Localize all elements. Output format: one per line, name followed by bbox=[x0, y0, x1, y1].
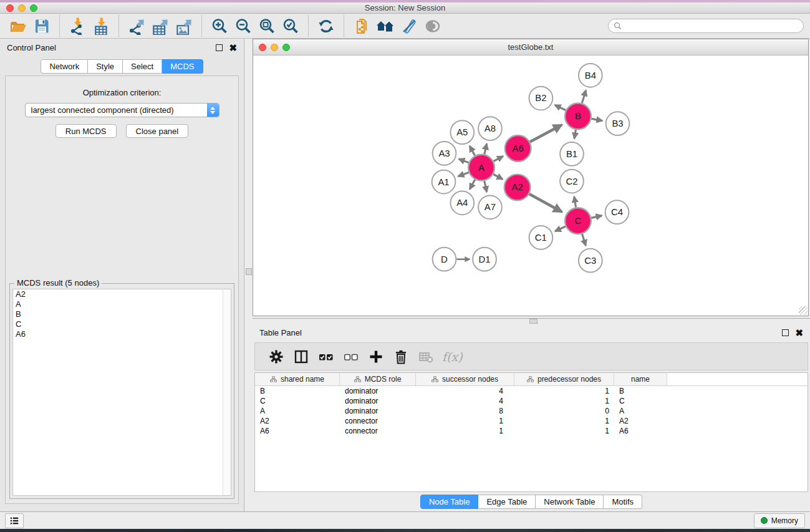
column-header-MCDS-role[interactable]: MCDS role bbox=[340, 373, 416, 385]
vertical-splitter-grip[interactable] bbox=[246, 268, 252, 275]
save-session-button[interactable] bbox=[32, 16, 52, 36]
close-window-button[interactable] bbox=[6, 4, 14, 12]
edge-B-B4[interactable] bbox=[582, 90, 586, 104]
minimize-window-button[interactable] bbox=[18, 4, 26, 12]
close-panel-button[interactable]: Close panel bbox=[126, 124, 189, 138]
table-cell[interactable]: A bbox=[614, 406, 667, 416]
edge-A-A3[interactable] bbox=[459, 159, 469, 163]
node-A8[interactable]: A8 bbox=[478, 117, 502, 140]
table-cell[interactable]: B bbox=[614, 386, 667, 396]
table-cell[interactable] bbox=[667, 416, 808, 426]
open-file-button[interactable] bbox=[8, 16, 28, 36]
table-cell[interactable]: C bbox=[614, 396, 667, 406]
horizontal-splitter[interactable] bbox=[253, 318, 810, 324]
network-minimize-button[interactable] bbox=[271, 44, 278, 51]
table-cell[interactable]: 1 bbox=[514, 386, 614, 396]
edge-C-C2[interactable] bbox=[574, 196, 576, 207]
edge-C-C3[interactable] bbox=[582, 234, 586, 246]
tab-motifs[interactable]: Motifs bbox=[604, 495, 642, 509]
horizontal-splitter-grip[interactable] bbox=[529, 319, 538, 324]
table-cell[interactable]: connector bbox=[340, 426, 416, 436]
node-B1[interactable]: B1 bbox=[560, 142, 584, 166]
table-cell[interactable]: 1 bbox=[514, 396, 614, 406]
network-window-titlebar[interactable]: testGlobe.txt bbox=[253, 39, 808, 56]
node-A[interactable]: A bbox=[468, 155, 494, 181]
optimization-criterion-dropdown[interactable]: largest connected component (directed) bbox=[25, 103, 219, 117]
node-D[interactable]: D bbox=[433, 248, 456, 271]
table-cell[interactable]: 1 bbox=[514, 416, 614, 426]
node-A5[interactable]: A5 bbox=[450, 120, 474, 144]
column-header-name[interactable]: name bbox=[614, 373, 667, 385]
search-input[interactable] bbox=[625, 21, 798, 31]
table-cell[interactable]: B bbox=[255, 386, 340, 396]
float-table-panel-icon[interactable] bbox=[782, 329, 789, 336]
float-panel-icon[interactable] bbox=[216, 44, 223, 51]
deselect-all-rows-button[interactable] bbox=[339, 346, 364, 367]
edge-B-B1[interactable] bbox=[574, 130, 576, 138]
tab-network-table[interactable]: Network Table bbox=[536, 495, 604, 509]
table-cell[interactable]: A bbox=[255, 406, 340, 416]
delete-row-button[interactable] bbox=[388, 346, 413, 367]
node-B[interactable]: B bbox=[565, 103, 591, 129]
edge-A2-C[interactable] bbox=[529, 194, 562, 212]
table-row[interactable]: A2connector11A2 bbox=[255, 416, 808, 426]
network-zoom-button[interactable] bbox=[282, 44, 290, 51]
edge-A6-B[interactable] bbox=[530, 125, 562, 142]
table-cell[interactable]: 0 bbox=[514, 406, 614, 416]
result-list-item[interactable]: A2 bbox=[13, 289, 231, 299]
edge-A-A1[interactable] bbox=[458, 172, 469, 176]
node-table[interactable]: shared nameMCDS rolesuccessor nodesprede… bbox=[254, 372, 808, 492]
table-row[interactable]: Cdominator41C bbox=[255, 396, 808, 406]
node-A1[interactable]: A1 bbox=[432, 170, 456, 194]
toggle-columns-button[interactable] bbox=[289, 346, 314, 367]
zoom-window-button[interactable] bbox=[30, 4, 37, 12]
edge-A-A8[interactable] bbox=[485, 143, 487, 154]
table-cell[interactable]: 1 bbox=[514, 426, 614, 436]
table-cell[interactable] bbox=[667, 426, 808, 436]
tab-mcds[interactable]: MCDS bbox=[162, 59, 203, 74]
edge-A-A4[interactable] bbox=[470, 180, 475, 190]
add-row-button[interactable] bbox=[364, 346, 388, 367]
show-all-button[interactable] bbox=[423, 16, 443, 36]
node-B3[interactable]: B3 bbox=[606, 112, 630, 135]
table-row[interactable]: Adominator80A bbox=[255, 406, 808, 416]
task-history-button[interactable] bbox=[5, 513, 24, 528]
network-canvas[interactable]: B4B2BB3A8A5A6A3B1AC2A1A2A4A7C4CC1DD1C3 bbox=[253, 56, 808, 316]
table-cell[interactable]: A6 bbox=[614, 426, 667, 436]
network-close-button[interactable] bbox=[259, 44, 266, 51]
tab-node-table[interactable]: Node Table bbox=[420, 495, 479, 509]
edge-A-A2[interactable] bbox=[493, 174, 503, 179]
tab-network[interactable]: Network bbox=[41, 59, 88, 74]
tab-select[interactable]: Select bbox=[123, 59, 162, 74]
first-neighbors-button[interactable] bbox=[375, 16, 395, 36]
zoom-out-button[interactable] bbox=[233, 16, 253, 36]
node-C3[interactable]: C3 bbox=[579, 249, 602, 273]
column-header-successor-nodes[interactable]: successor nodes bbox=[416, 373, 514, 385]
table-row[interactable]: Bdominator41B bbox=[255, 386, 808, 396]
edge-A-A7[interactable] bbox=[485, 181, 487, 192]
table-cell[interactable]: 8 bbox=[416, 406, 514, 416]
node-A6[interactable]: A6 bbox=[505, 135, 531, 162]
column-header-shared-name[interactable]: shared name bbox=[255, 373, 340, 385]
node-B4[interactable]: B4 bbox=[579, 64, 602, 87]
tab-style[interactable]: Style bbox=[88, 59, 123, 74]
select-all-rows-button[interactable] bbox=[314, 346, 339, 367]
table-cell[interactable]: dominator bbox=[340, 406, 416, 416]
node-A7[interactable]: A7 bbox=[478, 195, 502, 219]
result-list-item[interactable]: B bbox=[13, 309, 231, 319]
zoom-fit-button[interactable] bbox=[257, 16, 277, 36]
refresh-button[interactable] bbox=[316, 16, 336, 36]
table-cell[interactable]: A6 bbox=[255, 426, 340, 436]
node-D1[interactable]: D1 bbox=[473, 248, 496, 271]
zoom-in-button[interactable] bbox=[210, 16, 229, 36]
hide-selection-button[interactable] bbox=[399, 16, 419, 36]
export-table-button[interactable] bbox=[150, 16, 170, 36]
column-header-predecessor-nodes[interactable]: predecessor nodes bbox=[514, 373, 614, 385]
table-cell[interactable]: 1 bbox=[416, 416, 514, 426]
vertical-splitter[interactable] bbox=[244, 39, 253, 511]
export-image-button[interactable] bbox=[174, 16, 194, 36]
close-table-panel-icon[interactable]: ✖ bbox=[795, 330, 803, 336]
import-table-button[interactable] bbox=[91, 16, 111, 36]
table-cell[interactable]: A2 bbox=[614, 416, 667, 426]
table-cell[interactable]: 1 bbox=[416, 426, 514, 436]
